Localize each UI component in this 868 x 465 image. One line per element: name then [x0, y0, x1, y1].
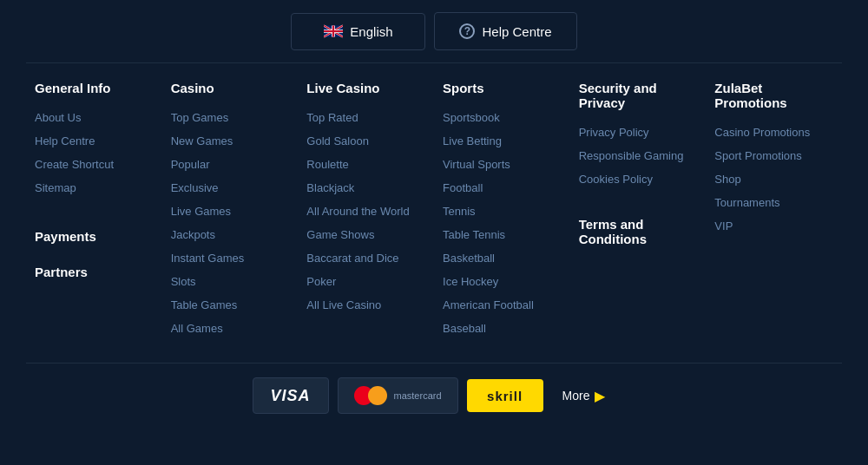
casino-heading: Casino [171, 81, 290, 95]
security-column: Security and Privacy Privacy Policy Resp… [570, 81, 707, 345]
about-us-link[interactable]: About Us [35, 111, 154, 124]
game-shows-link[interactable]: Game Shows [306, 228, 425, 241]
payment-bar: VISA mastercard skrill More ▶ [0, 363, 868, 422]
more-button[interactable]: More ▶ [552, 381, 616, 411]
live-games-link[interactable]: Live Games [171, 205, 290, 218]
slots-link[interactable]: Slots [171, 275, 290, 288]
zulabet-heading: ZulaBet Promotions [714, 81, 833, 110]
live-casino-heading: Live Casino [306, 81, 425, 95]
live-betting-link[interactable]: Live Betting [443, 134, 562, 147]
general-info-heading: General Info [35, 81, 154, 95]
payments-heading: Payments [35, 229, 154, 244]
main-content: General Info About Us Help Centre Create… [0, 63, 868, 363]
skrill-card: skrill [467, 379, 543, 412]
top-bar: English ? Help Centre [0, 0, 868, 62]
instant-games-link[interactable]: Instant Games [171, 252, 290, 265]
gold-saloon-link[interactable]: Gold Saloon [306, 134, 425, 147]
top-rated-link[interactable]: Top Rated [306, 111, 425, 124]
sitemap-link[interactable]: Sitemap [35, 181, 154, 194]
zulabet-column: ZulaBet Promotions Casino Promotions Spo… [706, 81, 842, 345]
create-shortcut-link[interactable]: Create Shortcut [35, 158, 154, 171]
visa-card: VISA [253, 377, 329, 414]
ice-hockey-link[interactable]: Ice Hockey [443, 275, 562, 288]
casino-promotions-link[interactable]: Casino Promotions [714, 126, 833, 139]
more-arrow-icon: ▶ [595, 388, 605, 404]
privacy-policy-link[interactable]: Privacy Policy [579, 126, 698, 139]
basketball-link[interactable]: Basketball [443, 252, 562, 265]
table-tennis-link[interactable]: Table Tennis [443, 228, 562, 241]
mc-orange-circle [368, 386, 387, 405]
poker-link[interactable]: Poker [306, 275, 425, 288]
responsible-gaming-link[interactable]: Responsible Gaming [579, 149, 698, 162]
all-live-casino-link[interactable]: All Live Casino [306, 298, 425, 311]
blackjack-link[interactable]: Blackjack [306, 181, 425, 194]
sport-promotions-link[interactable]: Sport Promotions [714, 149, 833, 162]
sports-heading: Sports [443, 81, 562, 95]
baccarat-link[interactable]: Baccarat and Dice [306, 252, 425, 265]
vip-link[interactable]: VIP [714, 219, 833, 232]
language-label: English [350, 24, 392, 39]
uk-flag-icon [324, 24, 343, 38]
table-games-link[interactable]: Table Games [171, 298, 290, 311]
live-casino-column: Live Casino Top Rated Gold Saloon Roulet… [298, 81, 434, 345]
language-button[interactable]: English [291, 13, 425, 50]
cookies-policy-link[interactable]: Cookies Policy [579, 173, 698, 186]
help-label: Help Centre [482, 24, 551, 39]
all-around-link[interactable]: All Around the World [306, 205, 425, 218]
top-games-link[interactable]: Top Games [171, 111, 290, 124]
help-icon: ? [459, 23, 475, 39]
visa-label: VISA [271, 387, 311, 405]
all-games-link[interactable]: All Games [171, 322, 290, 335]
tournaments-link[interactable]: Tournaments [714, 196, 833, 209]
exclusive-link[interactable]: Exclusive [171, 181, 290, 194]
roulette-link[interactable]: Roulette [306, 158, 425, 171]
casino-column: Casino Top Games New Games Popular Exclu… [162, 81, 299, 345]
popular-link[interactable]: Popular [171, 158, 290, 171]
security-heading: Security and Privacy [579, 81, 698, 110]
mastercard-card: mastercard [338, 377, 458, 414]
virtual-sports-link[interactable]: Virtual Sports [443, 158, 562, 171]
mastercard-logo: mastercard [354, 386, 442, 405]
american-football-link[interactable]: American Football [443, 298, 562, 311]
partners-heading: Partners [35, 265, 154, 279]
baseball-link[interactable]: Baseball [443, 322, 562, 335]
general-info-column: General Info About Us Help Centre Create… [26, 81, 162, 345]
football-link[interactable]: Football [443, 181, 562, 194]
more-label: More [562, 389, 590, 403]
tennis-link[interactable]: Tennis [443, 205, 562, 218]
sports-column: Sports Sportsbook Live Betting Virtual S… [434, 81, 570, 345]
mastercard-label: mastercard [394, 390, 442, 401]
sportsbook-link[interactable]: Sportsbook [443, 111, 562, 124]
shop-link[interactable]: Shop [714, 173, 833, 186]
new-games-link[interactable]: New Games [171, 134, 290, 147]
terms-heading: Terms and Conditions [579, 217, 698, 246]
help-centre-link[interactable]: Help Centre [35, 134, 154, 147]
jackpots-link[interactable]: Jackpots [171, 228, 290, 241]
skrill-label: skrill [487, 389, 523, 403]
help-centre-button[interactable]: ? Help Centre [434, 12, 576, 50]
